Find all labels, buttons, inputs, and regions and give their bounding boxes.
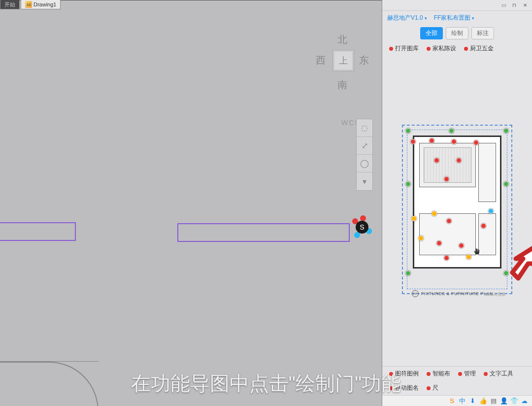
vc-top[interactable]: 上 — [332, 50, 354, 71]
dot-icon — [427, 372, 431, 376]
breadcrumb-leaf[interactable]: FF家私布置图 ▾ — [434, 14, 475, 22]
opt-label: 自动图名 — [395, 384, 419, 392]
breadcrumb-root[interactable]: 赫思地产V1.0 ▾ — [387, 14, 427, 22]
orbit-icon[interactable]: ◯ — [357, 155, 372, 172]
sound-icon[interactable]: 中 — [459, 397, 466, 405]
category-row: 打开图库 家私陈设 厨卫五金 — [382, 43, 532, 57]
side-panel: ▭ ⊓ ✕ 赫思地产V1.0 ▾ FF家私布置图 ▾ 全部 绘制 标注 打开图库… — [382, 0, 532, 406]
dot-icon — [427, 386, 431, 390]
zoom-icon[interactable]: ⤢ — [357, 137, 372, 155]
selection-rect-2[interactable] — [177, 223, 350, 242]
tab-bar: 开始 10 Drawing1 — [0, 0, 61, 9]
opt-ruler[interactable]: 尺 — [427, 384, 438, 392]
brand-s-icon[interactable]: S — [448, 397, 456, 405]
expand-icon[interactable]: ▾ — [357, 172, 372, 190]
doc-icon: 10 — [25, 1, 32, 8]
floorplan-preview[interactable]: FF FIXTURES & FURNITURE PLAN 家私布置图 — [382, 57, 532, 366]
vc-north[interactable]: 北 — [337, 33, 347, 46]
filter-all[interactable]: 全部 — [420, 27, 443, 39]
cat-library[interactable]: 打开图库 — [389, 44, 419, 53]
pin-icon[interactable]: ⊓ — [510, 1, 518, 8]
download-icon[interactable]: ⬇ — [469, 397, 476, 405]
arc-geometry[interactable] — [0, 362, 99, 406]
fp-closet — [478, 143, 496, 202]
chevron-down-icon: ▾ — [425, 16, 427, 21]
opt-legend[interactable]: 图符图例 — [389, 370, 419, 378]
chevron-down-icon: ▾ — [472, 16, 474, 21]
tab-start[interactable]: 开始 — [0, 0, 20, 9]
opt-label: 管理 — [464, 370, 476, 378]
cat-label: 家私陈设 — [432, 44, 456, 53]
fp-walls — [413, 135, 501, 269]
opt-label: 图符图例 — [395, 370, 419, 378]
opt-label: 文字工具 — [490, 370, 513, 378]
vc-south[interactable]: 南 — [337, 78, 347, 92]
dot-icon — [389, 372, 393, 376]
pan-icon[interactable]: ◌ — [357, 119, 372, 137]
dot-icon — [464, 47, 468, 51]
fp-caption-icon: FF — [412, 290, 419, 297]
drawing-canvas[interactable]: 开始 10 Drawing1 北 西 东 南 上 WCS ◌ ⤢ ◯ ▾ — [0, 0, 382, 406]
bottom-icon-strip: S 中 ⬇ 👍 ▤ 👤 👕 ☁ — [382, 395, 532, 406]
panel-header: ▭ ⊓ ✕ — [382, 0, 532, 11]
bc-leaf-label: FF家私布置图 — [434, 14, 471, 22]
filter-annotate[interactable]: 标注 — [471, 27, 494, 39]
opt-label: 尺 — [432, 384, 438, 392]
opt-smart[interactable]: 智能布 — [427, 370, 450, 378]
opt-manage[interactable]: 管理 — [458, 370, 476, 378]
dot-icon — [389, 386, 393, 390]
dot-icon — [458, 372, 462, 376]
bottom-options: 图符图例 智能布 管理 文字工具 自动图名 尺 — [382, 366, 532, 395]
dot-icon — [427, 47, 431, 51]
opt-label: 智能布 — [432, 370, 450, 378]
cat-label: 打开图库 — [395, 44, 419, 53]
dock-icon[interactable]: ▭ — [499, 1, 507, 8]
tab-label: Drawing1 — [33, 1, 56, 7]
filter-row: 全部 绘制 标注 — [382, 25, 532, 43]
filter-draw[interactable]: 绘制 — [446, 27, 468, 39]
close-icon[interactable]: ✕ — [521, 1, 529, 8]
callout-arrow-icon — [503, 244, 532, 288]
selection-rect-1[interactable] — [0, 222, 76, 241]
hand-cursor-icon — [473, 248, 482, 257]
cat-furniture[interactable]: 家私陈设 — [427, 44, 456, 53]
cat-kitchen[interactable]: 厨卫五金 — [464, 44, 494, 53]
fp-subcaption: 家私布置图 — [486, 292, 505, 297]
shirt-icon[interactable]: 👕 — [510, 397, 518, 405]
like-icon[interactable]: 👍 — [479, 397, 487, 405]
calc-icon[interactable]: ▤ — [490, 397, 497, 405]
vc-east[interactable]: 东 — [359, 54, 369, 67]
user-icon[interactable]: 👤 — [500, 397, 507, 405]
fp-caption-text: FIXTURES & FURNITURE PLAN — [421, 291, 493, 296]
fp-caption: FF FIXTURES & FURNITURE PLAN — [412, 290, 493, 297]
breadcrumb: 赫思地产V1.0 ▾ FF家私布置图 ▾ — [382, 11, 532, 25]
dot-icon — [389, 47, 393, 51]
dot-icon — [484, 372, 488, 376]
opt-text[interactable]: 文字工具 — [484, 370, 513, 378]
nav-bar: ◌ ⤢ ◯ ▾ — [356, 119, 373, 191]
vc-west[interactable]: 西 — [316, 54, 326, 67]
viewcube[interactable]: 北 西 东 南 上 WCS — [313, 25, 372, 104]
cat-label: 厨卫五金 — [470, 44, 494, 53]
opt-autoname[interactable]: 自动图名 — [389, 384, 419, 392]
bc-root-label: 赫思地产V1.0 — [387, 14, 423, 22]
brand-disc-icon[interactable]: S — [352, 217, 372, 237]
tab-drawing[interactable]: 10 Drawing1 — [21, 0, 61, 9]
cloud-icon[interactable]: ☁ — [521, 397, 528, 405]
